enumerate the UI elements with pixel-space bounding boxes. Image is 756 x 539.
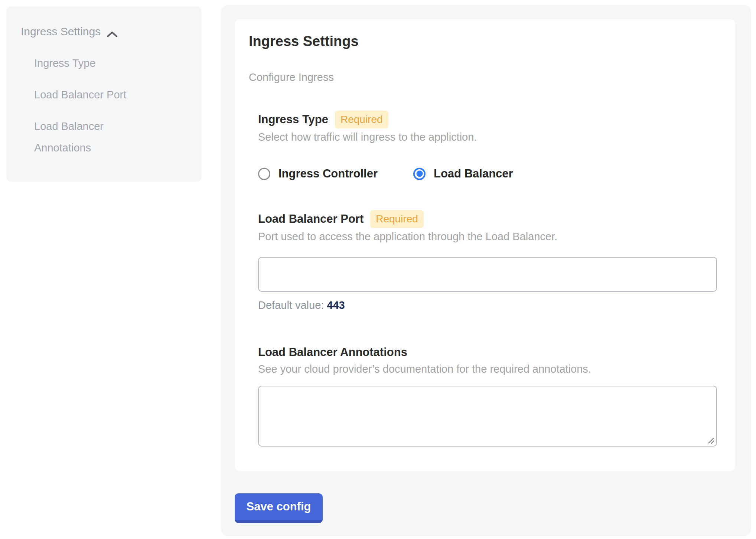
radio-option-ingress-controller[interactable]: Ingress Controller xyxy=(258,167,378,180)
load-balancer-annotations-description: See your cloud provider’s documentation … xyxy=(258,362,717,376)
field-load-balancer-annotations: Load Balancer Annotations See your cloud… xyxy=(258,344,717,447)
load-balancer-port-description: Port used to access the application thro… xyxy=(258,229,717,244)
save-config-button[interactable]: Save config xyxy=(235,493,323,523)
radio-option-load-balancer[interactable]: Load Balancer xyxy=(413,167,513,180)
ingress-settings-card: Ingress Settings Configure Ingress Ingre… xyxy=(235,19,735,471)
config-nav-sidebar: Ingress Settings Ingress Type Load Balan… xyxy=(6,6,202,182)
sidebar-item-load-balancer-annotations[interactable]: Load Balancer Annotations xyxy=(34,115,157,159)
field-load-balancer-port: Load Balancer Port Required Port used to… xyxy=(258,210,717,311)
sidebar-section-ingress-settings[interactable]: Ingress Settings xyxy=(21,25,187,38)
sidebar-item-load-balancer-port[interactable]: Load Balancer Port xyxy=(34,84,157,105)
field-ingress-type: Ingress Type Required Select how traffic… xyxy=(258,111,717,180)
page-title: Ingress Settings xyxy=(249,33,717,50)
required-badge: Required xyxy=(370,210,424,228)
load-balancer-annotations-label: Load Balancer Annotations xyxy=(258,344,407,360)
sidebar-section-label: Ingress Settings xyxy=(21,25,101,38)
resize-handle-icon[interactable] xyxy=(707,437,715,445)
default-value-label: Default value: xyxy=(258,299,324,311)
ingress-type-radio-group: Ingress Controller Load Balancer xyxy=(258,167,717,180)
load-balancer-port-label: Load Balancer Port xyxy=(258,211,364,227)
radio-label-ingress-controller: Ingress Controller xyxy=(278,167,378,180)
ingress-type-label: Ingress Type xyxy=(258,111,328,128)
default-value-number: 443 xyxy=(327,299,345,311)
required-badge: Required xyxy=(335,111,388,128)
chevron-up-icon xyxy=(107,28,118,35)
load-balancer-annotations-textarea[interactable] xyxy=(258,386,717,447)
load-balancer-port-input[interactable] xyxy=(258,257,717,292)
settings-panel: Ingress Settings Configure Ingress Ingre… xyxy=(221,5,751,536)
sidebar-item-list: Ingress Type Load Balancer Port Load Bal… xyxy=(21,52,187,159)
ingress-type-description: Select how traffic will ingress to the a… xyxy=(258,130,717,144)
radio-selected-icon[interactable] xyxy=(413,168,426,180)
default-value-line: Default value:443 xyxy=(258,299,717,311)
sidebar-item-ingress-type[interactable]: Ingress Type xyxy=(34,52,157,74)
radio-unselected-icon[interactable] xyxy=(258,168,270,180)
radio-label-load-balancer: Load Balancer xyxy=(434,167,513,180)
page-subtitle: Configure Ingress xyxy=(249,71,717,84)
